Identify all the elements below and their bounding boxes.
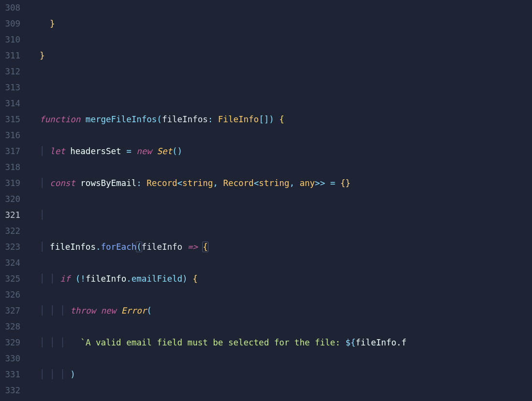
line-number: 309	[5, 19, 20, 29]
line-number-gutter: 308 309 310 311 312 313 314 315 316 317 …	[0, 0, 29, 401]
line-number: 327	[5, 306, 20, 315]
code-line[interactable]: function mergeFileInfos(fileInfos: FileI…	[40, 112, 532, 128]
code-area[interactable]: } } function mergeFileInfos(fileInfos: F…	[29, 0, 532, 401]
line-number: 326	[5, 290, 20, 300]
param: fileInfos	[162, 115, 208, 124]
code-line[interactable]: │ │ if (!fileInfo.emailField) {	[40, 271, 532, 287]
code-line[interactable]: }	[40, 48, 532, 64]
line-number: 313	[5, 83, 20, 92]
method-call: forEach	[101, 242, 136, 252]
line-number: 323	[5, 242, 20, 252]
line-number-active: 321	[5, 210, 20, 220]
line-number: 311	[5, 51, 20, 60]
var: headersSet	[70, 146, 121, 156]
code-line[interactable]: │ fileInfos.forEach(fileInfo => {	[40, 239, 532, 255]
arrow: =>	[188, 242, 198, 252]
keyword-new: new	[136, 146, 152, 156]
line-number: 315	[5, 115, 20, 124]
line-number: 330	[5, 354, 20, 363]
line-number: 322	[5, 226, 20, 236]
class-name: Set	[157, 146, 172, 156]
keyword-if: if	[60, 274, 70, 284]
line-number: 318	[5, 162, 20, 172]
line-number: 329	[5, 338, 20, 347]
line-number: 308	[5, 3, 20, 13]
type-name: Record	[147, 178, 177, 188]
code-line[interactable]: │ const rowsByEmail: Record<string, Reco…	[40, 175, 532, 191]
code-line[interactable]: │ │ │ `A valid email field must be selec…	[40, 335, 532, 351]
line-number: 331	[5, 370, 20, 379]
line-number: 332	[5, 386, 20, 395]
string-literal: `A valid email field must be selected fo…	[80, 338, 345, 347]
code-editor[interactable]: 308 309 310 311 312 313 314 315 316 317 …	[0, 0, 532, 401]
line-number: 328	[5, 322, 20, 331]
code-line[interactable]: │ │ │ throw new Error(	[40, 303, 532, 319]
line-number: 325	[5, 274, 20, 284]
keyword-function: function	[40, 115, 80, 124]
property: emailField	[132, 274, 182, 284]
keyword-throw: throw	[70, 306, 96, 315]
var: fileInfos	[50, 242, 96, 252]
class-name: Error	[121, 306, 147, 315]
line-number: 317	[5, 146, 20, 156]
param: fileInfo	[142, 242, 182, 252]
line-number: 310	[5, 35, 20, 44]
func-name: mergeFileInfos	[86, 115, 157, 124]
line-number: 324	[5, 258, 20, 268]
line-number: 314	[5, 99, 20, 108]
keyword-const: const	[50, 178, 75, 188]
brace-close: }	[50, 19, 55, 29]
var: fileInfo	[86, 274, 126, 284]
code-line[interactable]: │	[40, 207, 532, 223]
code-line[interactable]: }	[40, 16, 532, 32]
brace-close: }	[40, 51, 45, 60]
code-line[interactable]: │ let headersSet = new Set()	[40, 143, 532, 159]
code-line[interactable]	[40, 80, 532, 96]
keyword-new: new	[101, 306, 117, 315]
type-name: FileInfo	[218, 115, 259, 124]
line-number: 320	[5, 194, 20, 204]
code-line[interactable]: │ │ }	[40, 399, 532, 401]
line-number: 316	[5, 130, 20, 140]
brace-match: {	[202, 242, 208, 252]
keyword-let: let	[50, 146, 65, 156]
code-line[interactable]: │ │ │ )	[40, 367, 532, 383]
var: rowsByEmail	[80, 178, 136, 188]
line-number: 319	[5, 178, 20, 188]
line-number: 312	[5, 67, 20, 76]
